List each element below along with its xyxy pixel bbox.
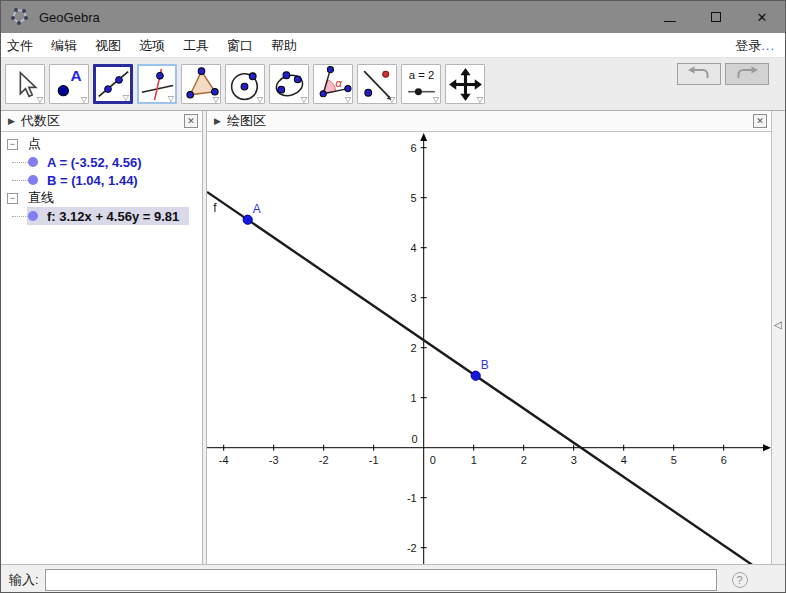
sidebar-collapse-strip[interactable]: ◁: [771, 111, 786, 564]
graphics-close-icon[interactable]: ✕: [753, 114, 767, 128]
tool-polygon-button[interactable]: ▽: [181, 64, 221, 104]
redo-button[interactable]: [725, 63, 769, 85]
tool-slider-button[interactable]: a = 2 ▽: [401, 64, 441, 104]
close-button[interactable]: ✕: [739, 1, 785, 33]
geogebra-logo-icon: [9, 7, 31, 27]
tool-ellipse-button[interactable]: ▽: [269, 64, 309, 104]
x-tick-label: 3: [571, 454, 577, 466]
undo-button[interactable]: [677, 63, 721, 85]
object-marker-icon[interactable]: [28, 157, 38, 167]
input-bar: 输入: ?: [1, 564, 785, 593]
dropdown-arrow-icon[interactable]: ▽: [433, 96, 439, 104]
svg-text:α: α: [336, 77, 343, 89]
dropdown-arrow-icon[interactable]: ▽: [81, 96, 87, 104]
object-marker-icon[interactable]: [28, 175, 38, 185]
menu-tools[interactable]: 工具: [174, 33, 218, 58]
point-B: [471, 371, 480, 380]
y-tick-label: -1: [407, 492, 417, 504]
tree-group-points[interactable]: − 点: [1, 135, 202, 153]
point-A-definition: A = (-3.52, 4.56): [47, 155, 142, 170]
graphics-panel-header[interactable]: ▶ 绘图区 ✕: [206, 111, 771, 132]
minimize-icon: [664, 21, 676, 22]
algebra-close-icon[interactable]: ✕: [184, 114, 198, 128]
tool-circle-button[interactable]: ▽: [225, 64, 265, 104]
collapse-toggle-icon[interactable]: −: [7, 139, 18, 150]
tool-move-graphics-view-button[interactable]: ▽: [445, 64, 485, 104]
group-label-lines: 直线: [28, 189, 54, 207]
undo-icon: [686, 66, 712, 82]
panel-expand-icon[interactable]: ▶: [8, 116, 15, 126]
collapse-toggle-icon[interactable]: −: [7, 193, 18, 204]
sign-in-button[interactable]: 登录...: [735, 33, 775, 58]
tool-perpendicular-line-button[interactable]: ▽: [137, 64, 177, 104]
menu-view[interactable]: 视图: [86, 33, 130, 58]
tree-group-lines[interactable]: − 直线: [1, 189, 202, 207]
x-tick-label: -3: [269, 454, 279, 466]
dropdown-arrow-icon[interactable]: ▽: [477, 96, 483, 104]
minimize-button[interactable]: [647, 1, 693, 33]
svg-text:a = 2: a = 2: [409, 69, 434, 81]
panel-expand-icon[interactable]: ▶: [214, 116, 221, 126]
point-B-definition: B = (1.04, 1.44): [47, 173, 138, 188]
dropdown-arrow-icon[interactable]: ▽: [123, 94, 129, 102]
x-tick-label: 6: [721, 454, 727, 466]
x-tick-label: 4: [621, 454, 627, 466]
svg-text:A: A: [71, 67, 82, 84]
y-axis-arrow-icon: [420, 133, 427, 141]
algebra-view[interactable]: − 点 A = (-3.52, 4.56) B = (1.04, 1.44) −…: [1, 132, 203, 564]
menu-help[interactable]: 帮助: [262, 33, 306, 58]
x-tick-label: -2: [319, 454, 329, 466]
y-tick-label: 5: [411, 192, 417, 204]
dropdown-arrow-icon[interactable]: ▽: [37, 96, 43, 104]
y-tick-label: 3: [411, 292, 417, 304]
dropdown-arrow-icon[interactable]: ▽: [301, 96, 307, 104]
window-controls: ✕: [647, 1, 785, 33]
tool-point-button[interactable]: A ▽: [49, 64, 89, 104]
tree-item-point-A[interactable]: A = (-3.52, 4.56): [1, 153, 202, 171]
window-title: GeoGebra: [39, 10, 100, 25]
maximize-icon: [711, 12, 721, 22]
origin-label-y: 0: [412, 433, 418, 445]
tree-item-line-f[interactable]: f: 3.12x + 4.56y = 9.81: [1, 207, 202, 225]
algebra-panel-header[interactable]: ▶ 代数区 ✕: [1, 111, 203, 132]
point-A: [243, 215, 252, 224]
y-tick-label: 6: [411, 142, 417, 154]
menu-options[interactable]: 选项: [130, 33, 174, 58]
menu-file[interactable]: 文件: [1, 33, 42, 58]
dropdown-arrow-icon[interactable]: ▽: [213, 96, 219, 104]
line-f: [207, 192, 772, 564]
graphics-panel-title: 绘图区: [227, 112, 266, 130]
x-axis-arrow-icon: [763, 444, 771, 451]
tool-line-button[interactable]: ▽: [93, 64, 133, 104]
maximize-button[interactable]: [693, 1, 739, 33]
y-tick-label: -2: [407, 542, 417, 554]
tree-item-point-B[interactable]: B = (1.04, 1.44): [1, 171, 202, 189]
tree-connector: [12, 180, 28, 181]
tool-angle-button[interactable]: α ▽: [313, 64, 353, 104]
x-tick-label: -1: [369, 454, 379, 466]
collapse-left-icon[interactable]: ◁: [774, 319, 782, 330]
titlebar[interactable]: GeoGebra ✕: [1, 1, 785, 33]
tool-move-button[interactable]: ▽: [5, 64, 45, 104]
y-tick-label: 4: [411, 242, 417, 254]
object-marker-icon[interactable]: [28, 211, 38, 221]
input-help-icon[interactable]: ?: [732, 572, 748, 588]
algebra-panel-title: 代数区: [21, 112, 60, 130]
dropdown-arrow-icon[interactable]: ▽: [389, 96, 395, 104]
dropdown-arrow-icon[interactable]: ▽: [257, 96, 263, 104]
graphics-view[interactable]: -4-3-2-1123456-2-112345600fAB: [206, 132, 771, 564]
command-input[interactable]: [45, 569, 717, 591]
dropdown-arrow-icon[interactable]: ▽: [168, 95, 174, 103]
x-tick-label: 1: [471, 454, 477, 466]
input-label: 输入:: [9, 571, 39, 589]
tool-reflect-button[interactable]: ▽: [357, 64, 397, 104]
group-label-points: 点: [28, 135, 41, 153]
x-tick-label: 5: [671, 454, 677, 466]
menu-window[interactable]: 窗口: [218, 33, 262, 58]
x-tick-label: -4: [219, 454, 229, 466]
menu-edit[interactable]: 编辑: [42, 33, 86, 58]
line-f-definition: f: 3.12x + 4.56y = 9.81: [47, 209, 179, 224]
graphics-canvas[interactable]: -4-3-2-1123456-2-112345600fAB: [207, 132, 772, 564]
tree-connector: [12, 162, 28, 163]
dropdown-arrow-icon[interactable]: ▽: [345, 96, 351, 104]
